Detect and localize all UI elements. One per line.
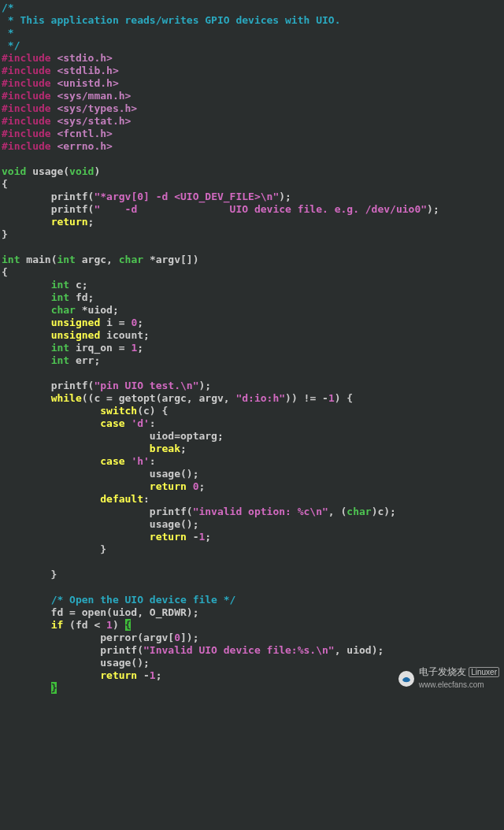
string: "Invalid UIO device file:%s.\n"	[143, 644, 335, 656]
keyword-int: int	[51, 291, 69, 303]
number: 1	[328, 392, 335, 404]
comment: /*	[2, 2, 14, 13]
keyword-return: return	[100, 669, 137, 681]
header: <stdlib.h>	[57, 65, 118, 76]
ident: *uiod	[82, 304, 113, 316]
watermark-url: www.elecfans.com	[419, 679, 499, 691]
keyword-return: return	[51, 216, 88, 228]
ident: i	[106, 317, 113, 328]
keyword-unsigned: unsigned	[51, 329, 101, 341]
ident: err	[76, 354, 94, 366]
keyword-int: int	[57, 254, 75, 265]
header: <unistd.h>	[57, 77, 118, 89]
header: <sys/types.h>	[57, 102, 137, 114]
stmt: uiod=optarg;	[150, 430, 224, 442]
keyword-int: int	[2, 254, 20, 265]
header: <sys/stat.h>	[57, 115, 131, 127]
func-open: open	[82, 606, 106, 618]
number: 0	[131, 317, 137, 328]
keyword-if: if	[51, 619, 64, 631]
keyword-switch: switch	[100, 405, 137, 417]
keyword-default: default	[100, 493, 143, 505]
comment: * This application reads/writes GPIO dev…	[2, 14, 340, 26]
char-literal: 'd'	[131, 417, 149, 429]
preproc: #include	[2, 102, 51, 114]
string: "*argv[0] -d <UIO_DEV_FILE>\n"	[94, 191, 279, 202]
keyword-while: while	[51, 392, 82, 404]
number: 1	[131, 342, 137, 354]
watermark: 电子发烧友 Linuxer www.elecfans.com	[398, 665, 499, 691]
keyword-case: case	[100, 417, 124, 429]
svg-point-1	[405, 677, 407, 680]
ident: fd	[76, 291, 88, 303]
comment: */	[2, 39, 20, 51]
number: 0	[193, 480, 199, 492]
preproc: #include	[2, 52, 51, 64]
ident: O_RDWR	[150, 606, 187, 618]
ident: c	[377, 506, 384, 517]
keyword-char: char	[51, 304, 76, 316]
stmt: usage();	[100, 657, 150, 669]
cursor: }	[51, 682, 57, 694]
preproc: #include	[2, 140, 51, 152]
keyword-void: void	[69, 165, 94, 177]
preproc: #include	[2, 90, 51, 102]
number: 1	[198, 531, 205, 543]
keyword-unsigned: unsigned	[51, 317, 101, 328]
func-printf: printf	[100, 644, 137, 656]
cursor: {	[125, 619, 132, 631]
header: <errno.h>	[57, 140, 112, 152]
preproc: #include	[2, 77, 51, 89]
preproc: #include	[2, 115, 51, 127]
keyword-int: int	[51, 279, 69, 291]
func-usage: usage	[32, 165, 63, 177]
ident: irq_on	[76, 342, 113, 354]
watermark-brand: 电子发烧友 Linuxer	[419, 665, 499, 679]
ident: argv[	[143, 632, 174, 643]
logo-icon	[398, 671, 414, 687]
stmt: usage();	[150, 468, 199, 480]
code-view: /* * This application reads/writes GPIO …	[2, 2, 502, 695]
func-printf: printf	[51, 380, 88, 391]
keyword-return: return	[150, 531, 187, 543]
keyword-case: case	[100, 455, 124, 467]
keyword-return: return	[150, 480, 187, 492]
func-printf: printf	[51, 203, 88, 215]
func-main: main	[26, 254, 50, 265]
ident: uiod	[346, 644, 371, 656]
keyword-int: int	[51, 342, 69, 354]
string: "invalid option: %c\n"	[193, 506, 328, 517]
preproc: #include	[2, 65, 51, 76]
keyword-char: char	[119, 254, 143, 265]
stmt: usage();	[150, 518, 199, 530]
ident: argc	[82, 254, 106, 265]
char-literal: 'h'	[131, 455, 149, 467]
func-printf: printf	[150, 506, 187, 517]
keyword-int: int	[51, 354, 69, 366]
comment: /* Open the UIO device file */	[51, 594, 236, 606]
ident: *argv[]	[150, 254, 193, 265]
header: <sys/mman.h>	[57, 90, 131, 102]
number: 0	[174, 632, 180, 643]
keyword-char: char	[346, 506, 371, 517]
header: <stdio.h>	[57, 52, 112, 64]
keyword-break: break	[150, 443, 180, 454]
comment: *	[2, 27, 14, 39]
func-getopt: getopt	[119, 392, 156, 404]
number: 1	[150, 669, 156, 681]
string: "pin UIO test.\n"	[94, 380, 198, 391]
ident: uiod	[113, 606, 137, 618]
ident: c	[76, 279, 82, 291]
func-perror: perror	[100, 632, 137, 643]
number: 1	[106, 619, 113, 631]
preproc: #include	[2, 128, 51, 139]
ident: icount	[106, 329, 143, 341]
ident: fd	[76, 619, 88, 631]
string: "d:io:h"	[235, 392, 285, 404]
string: " -d UIO device file. e.g. /dev/uio0"	[94, 203, 427, 215]
func-printf: printf	[51, 191, 88, 202]
header: <fcntl.h>	[57, 128, 112, 139]
keyword-void: void	[2, 165, 26, 177]
